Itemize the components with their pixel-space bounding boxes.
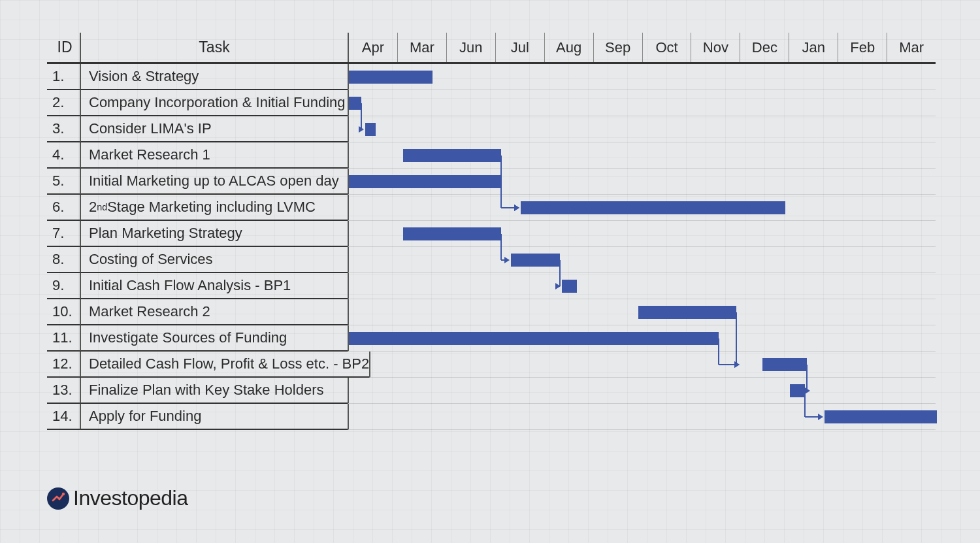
gantt-bar	[562, 280, 577, 293]
task-id: 1.	[47, 64, 80, 90]
task-id: 12.	[47, 352, 80, 378]
month-header-cell: Apr	[349, 33, 398, 62]
table-row: 14.Apply for Funding	[47, 404, 936, 430]
gantt-bar	[349, 97, 361, 110]
table-row: 10.Market Research 2	[47, 299, 936, 325]
table-row: 12.Detailed Cash Flow, Profit & Loss etc…	[47, 352, 936, 378]
month-header-cell: Nov	[691, 33, 740, 62]
gantt-bar	[638, 306, 736, 319]
task-name: 2nd Stage Marketing including LVMC	[80, 195, 348, 221]
gantt-bar	[511, 254, 560, 267]
task-name: Company Incorporation & Initial Funding	[80, 90, 348, 116]
task-column-header: Task	[80, 33, 348, 62]
table-row: 11.Investigate Sources of Funding	[47, 325, 936, 352]
task-name: Market Research 1	[80, 142, 348, 169]
task-name: Market Research 2	[80, 299, 348, 325]
table-row: 1.Vision & Strategy	[47, 64, 936, 90]
svg-point-0	[62, 492, 65, 495]
month-header-cell: Jul	[496, 33, 545, 62]
table-row: 4.Market Research 1	[47, 142, 936, 169]
task-id: 13.	[47, 378, 80, 404]
timeline-cell	[348, 404, 936, 430]
month-header-cell: Sep	[594, 33, 643, 62]
gantt-bar	[349, 71, 433, 84]
gantt-bar	[349, 332, 719, 345]
task-name: Apply for Funding	[80, 404, 348, 430]
timeline-cell	[369, 352, 936, 378]
gantt-bar	[790, 384, 805, 397]
month-header-cell: Mar	[887, 33, 936, 62]
month-header-cell: Jun	[447, 33, 496, 62]
task-id: 6.	[47, 195, 80, 221]
header-row: ID Task AprMarJunJulAugSepOctNovDecJanFe…	[47, 33, 936, 64]
task-id: 11.	[47, 325, 80, 352]
timeline-cell	[348, 378, 936, 404]
gantt-chart: ID Task AprMarJunJulAugSepOctNovDecJanFe…	[47, 33, 936, 430]
table-row: 9.Initial Cash Flow Analysis - BP1	[47, 273, 936, 299]
gantt-bar	[349, 175, 501, 188]
timeline-cell	[348, 90, 936, 116]
month-header-cell: Mar	[398, 33, 447, 62]
table-row: 2.Company Incorporation & Initial Fundin…	[47, 90, 936, 116]
investopedia-icon	[47, 487, 69, 510]
timeline-cell	[348, 116, 936, 142]
table-row: 13.Finalize Plan with Key Stake Holders	[47, 378, 936, 404]
task-name: Plan Marketing Strategy	[80, 221, 348, 247]
task-name: Costing of Services	[80, 247, 348, 273]
month-header-cell: Aug	[545, 33, 594, 62]
timeline-cell	[348, 195, 936, 221]
month-header-cell: Dec	[740, 33, 789, 62]
month-header-cell: Feb	[838, 33, 887, 62]
timeline-cell	[348, 142, 936, 169]
gantt-rows: 1.Vision & Strategy2.Company Incorporati…	[47, 64, 936, 430]
table-row: 7.Plan Marketing Strategy	[47, 221, 936, 247]
timeline-cell	[348, 273, 936, 299]
task-id: 3.	[47, 116, 80, 142]
task-name: Initial Marketing up to ALCAS open day	[80, 169, 348, 195]
task-name: Vision & Strategy	[80, 64, 348, 90]
timeline-cell	[348, 247, 936, 273]
task-id: 4.	[47, 142, 80, 169]
table-row: 6.2nd Stage Marketing including LVMC	[47, 195, 936, 221]
task-name: Initial Cash Flow Analysis - BP1	[80, 273, 348, 299]
task-id: 5.	[47, 169, 80, 195]
month-header-cell: Jan	[789, 33, 838, 62]
table-row: 3.Consider LIMA's IP	[47, 116, 936, 142]
gantt-bar	[403, 227, 501, 240]
task-name: Detailed Cash Flow, Profit & Loss etc. -…	[80, 352, 369, 378]
task-name: Investigate Sources of Funding	[80, 325, 348, 352]
gantt-bar	[403, 149, 501, 162]
task-id: 9.	[47, 273, 80, 299]
gantt-bar	[521, 201, 785, 214]
task-name: Finalize Plan with Key Stake Holders	[80, 378, 348, 404]
timeline-cell	[348, 299, 936, 325]
task-id: 14.	[47, 404, 80, 430]
table-row: 5.Initial Marketing up to ALCAS open day	[47, 169, 936, 195]
gantt-bar	[825, 410, 938, 423]
id-column-header: ID	[47, 39, 80, 56]
timeline-cell	[348, 325, 936, 352]
task-id: 10.	[47, 299, 80, 325]
task-id: 2.	[47, 90, 80, 116]
month-header-cell: Oct	[643, 33, 692, 62]
brand-logo: Investopedia	[47, 486, 188, 510]
brand-name: Investopedia	[73, 486, 188, 510]
timeline-cell	[348, 221, 936, 247]
months-header: AprMarJunJulAugSepOctNovDecJanFebMar	[348, 33, 936, 62]
task-id: 7.	[47, 221, 80, 247]
gantt-bar	[365, 123, 376, 136]
task-id: 8.	[47, 247, 80, 273]
gantt-bar	[762, 358, 807, 371]
task-name: Consider LIMA's IP	[80, 116, 348, 142]
timeline-cell	[348, 64, 936, 90]
timeline-cell	[348, 169, 936, 195]
table-row: 8.Costing of Services	[47, 247, 936, 273]
